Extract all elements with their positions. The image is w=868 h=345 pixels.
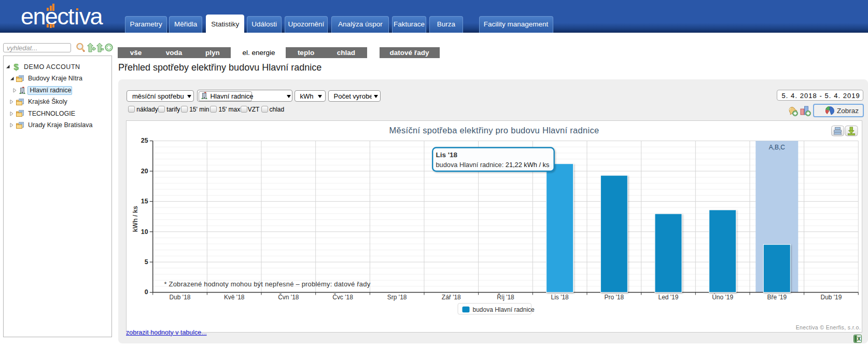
svg-text:X: X (857, 336, 861, 342)
svg-text:Lis '18: Lis '18 (551, 294, 569, 301)
svg-text:10: 10 (141, 228, 148, 236)
svg-text:A,B,C: A,B,C (769, 144, 786, 151)
svg-text:5: 5 (145, 258, 148, 266)
svg-text:Měsíční spotřeba elektřiny pro: Měsíční spotřeba elektřiny pro budovu Hl… (389, 126, 599, 135)
svg-text:Čvc '18: Čvc '18 (333, 293, 354, 301)
svg-text:* Zobrazené hodnoty mohou být: * Zobrazené hodnoty mohou být nepřesné –… (164, 280, 371, 288)
svg-text:Úno '19: Úno '19 (712, 293, 733, 301)
svg-text:Zář '18: Zář '18 (442, 294, 461, 301)
svg-text:20: 20 (141, 168, 148, 175)
svg-text:25: 25 (141, 137, 148, 144)
svg-text:kWh / ks: kWh / ks (132, 206, 139, 232)
svg-text:Říj '18: Říj '18 (497, 293, 514, 301)
svg-text:Dub '18: Dub '18 (170, 294, 191, 301)
svg-text:Srp '18: Srp '18 (387, 294, 407, 301)
svg-text:Lis '18: Lis '18 (436, 151, 458, 159)
svg-text:Bře '19: Bře '19 (767, 294, 787, 301)
svg-text:Kvě '18: Kvě '18 (224, 294, 245, 301)
svg-text:budova Hlavní radnice: 21,22 k: budova Hlavní radnice: 21,22 kWh / ks (436, 161, 550, 169)
svg-text:15: 15 (141, 198, 148, 205)
svg-text:budova Hlavní radnice: budova Hlavní radnice (473, 306, 535, 313)
svg-text:Čvn '18: Čvn '18 (278, 293, 300, 301)
svg-text:Dub '19: Dub '19 (821, 294, 842, 301)
svg-text:Pro '18: Pro '18 (605, 294, 624, 301)
svg-text:Enectiva © Enerfis, s.r.o.: Enectiva © Enerfis, s.r.o. (796, 325, 861, 330)
svg-text:0: 0 (145, 288, 148, 296)
svg-text:Led '19: Led '19 (659, 294, 679, 301)
